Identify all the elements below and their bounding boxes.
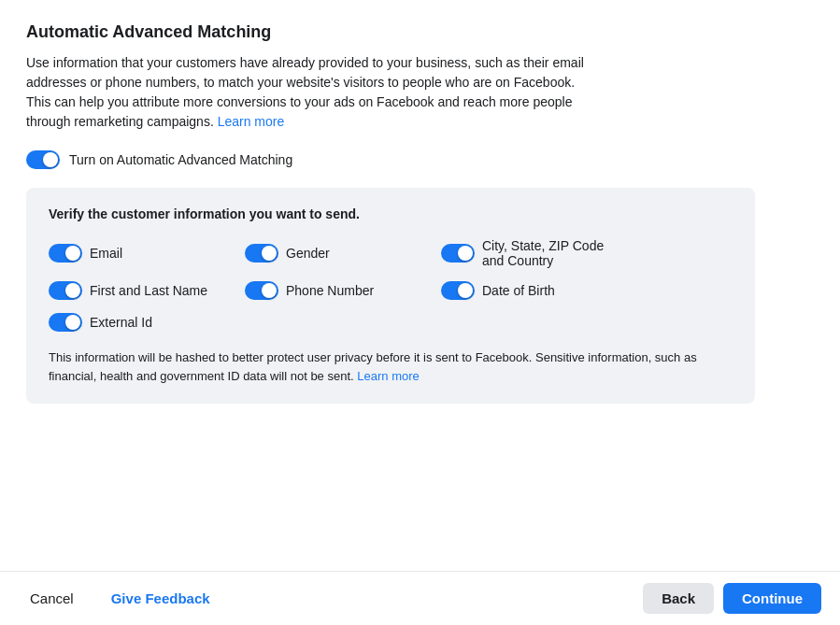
field-phone: Phone Number [245,281,432,300]
field-dob: Date of Birth [441,281,733,300]
toggle-city-state-zip[interactable] [441,244,475,263]
verify-title: Verify the customer information you want… [49,206,733,221]
bottom-left-actions: Cancel Give Feedback [19,583,221,614]
main-toggle-label: Turn on Automatic Advanced Matching [69,152,292,167]
field-label-email: Email [90,246,122,261]
page-description: Use information that your customers have… [26,53,587,132]
give-feedback-button[interactable]: Give Feedback [100,583,221,614]
main-toggle-row: Turn on Automatic Advanced Matching [26,150,814,169]
verify-box: Verify the customer information you want… [26,188,755,404]
continue-button[interactable]: Continue [723,583,821,614]
learn-more-link-2[interactable]: Learn more [357,369,419,383]
cancel-button[interactable]: Cancel [19,583,85,614]
back-button[interactable]: Back [643,583,714,614]
field-label-phone: Phone Number [286,283,374,298]
field-label-external-id: External Id [90,315,152,330]
field-email: Email [49,238,235,268]
field-label-gender: Gender [286,246,330,261]
toggle-first-last-name[interactable] [49,281,82,300]
field-first-last-name: First and Last Name [49,281,235,300]
field-external-id: External Id [49,313,235,332]
toggle-dob[interactable] [441,281,475,300]
field-label-first-last-name: First and Last Name [90,283,207,298]
fields-grid: Email Gender City, State, ZIP Codeand Co… [49,238,733,332]
field-label-city-state-zip: City, State, ZIP Codeand Country [482,238,604,268]
privacy-note: This information will be hashed to bette… [49,348,733,385]
toggle-email[interactable] [49,244,82,263]
toggle-external-id[interactable] [49,313,82,332]
toggle-phone[interactable] [245,281,278,300]
field-gender: Gender [245,238,432,268]
page-title: Automatic Advanced Matching [26,22,814,42]
field-city-state-zip: City, State, ZIP Codeand Country [441,238,733,268]
bottom-bar: Cancel Give Feedback Back Continue [0,571,840,625]
learn-more-link-1[interactable]: Learn more [218,114,285,129]
main-toggle[interactable] [26,150,60,169]
toggle-gender[interactable] [245,244,278,263]
bottom-right-actions: Back Continue [643,583,821,614]
field-label-dob: Date of Birth [482,283,555,298]
